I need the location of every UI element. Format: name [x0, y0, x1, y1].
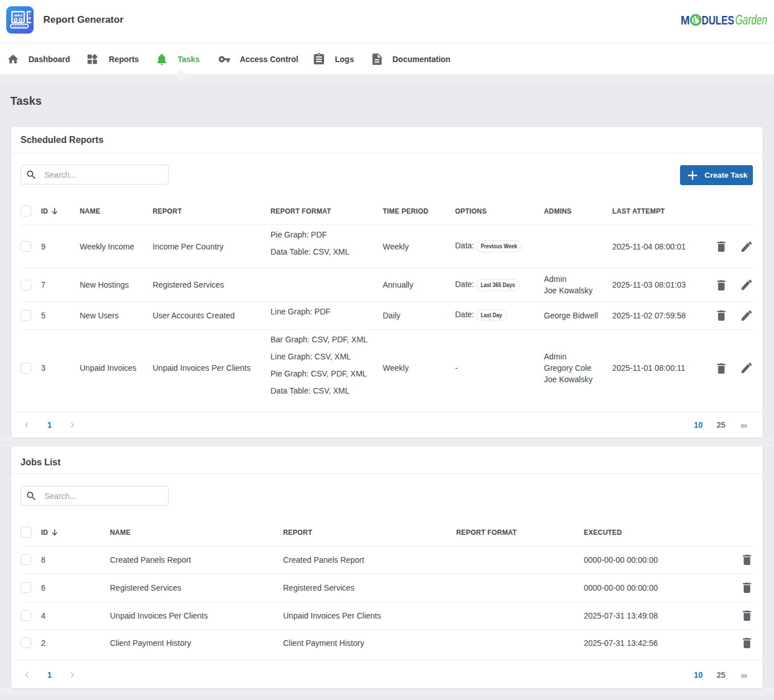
- svg-text:M: M: [681, 13, 690, 27]
- svg-text:DULES: DULES: [702, 13, 734, 27]
- svg-text:Garden: Garden: [735, 13, 767, 27]
